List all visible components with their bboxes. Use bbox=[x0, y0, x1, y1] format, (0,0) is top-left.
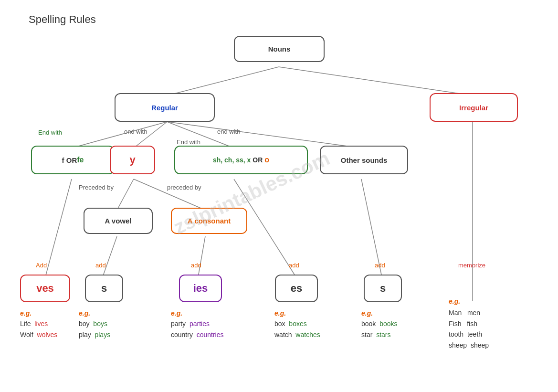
node-ves: ves bbox=[20, 275, 70, 302]
s1-label: s bbox=[101, 282, 107, 295]
ves-label: ves bbox=[36, 282, 54, 295]
svg-line-6 bbox=[45, 179, 72, 277]
node-s2: s bbox=[364, 275, 402, 302]
node-ies: ies bbox=[179, 275, 222, 302]
label-end-with-3: end with bbox=[217, 128, 240, 135]
y-label: y bbox=[129, 154, 135, 166]
node-f-fe: f OR fe bbox=[31, 146, 115, 174]
consonant-label: A consonant bbox=[188, 217, 231, 225]
node-vowel: A vowel bbox=[84, 208, 153, 234]
node-consonant: A consonant bbox=[171, 208, 247, 234]
irregular-label: Irregular bbox=[459, 104, 488, 112]
svg-line-0 bbox=[167, 67, 279, 95]
node-es: es bbox=[275, 275, 318, 302]
svg-line-7 bbox=[117, 179, 134, 210]
node-irregular: Irregular bbox=[430, 93, 518, 122]
label-add-1: Add bbox=[36, 262, 47, 269]
vowel-label: A vowel bbox=[105, 217, 131, 225]
example-ves: e.g. Life lives Wolf wolves bbox=[20, 308, 57, 340]
svg-line-2 bbox=[72, 122, 167, 148]
sh-ch-label: sh, ch, ss, x bbox=[213, 156, 251, 164]
sh-ch-or: OR bbox=[253, 156, 263, 164]
s2-label: s bbox=[380, 282, 386, 295]
page-title: Spelling Rules bbox=[29, 13, 96, 26]
regular-label: Regular bbox=[151, 104, 178, 112]
node-other: Other sounds bbox=[320, 146, 408, 174]
nouns-label: Nouns bbox=[268, 45, 291, 53]
svg-line-9 bbox=[103, 236, 117, 277]
label-end-with-2: end with bbox=[124, 128, 147, 135]
svg-line-1 bbox=[279, 67, 473, 95]
label-preceded-2: preceded by bbox=[167, 184, 201, 191]
node-sh-ch: sh, ch, ss, x OR o bbox=[174, 146, 308, 174]
other-label: Other sounds bbox=[341, 156, 388, 164]
node-s1: s bbox=[85, 275, 123, 302]
f-fe-label: f OR bbox=[62, 156, 77, 164]
node-y: y bbox=[110, 146, 155, 174]
label-add-2: add bbox=[95, 262, 106, 269]
ies-label: ies bbox=[193, 282, 208, 295]
node-regular: Regular bbox=[115, 93, 215, 122]
label-add-4: add bbox=[289, 262, 299, 269]
label-add-5: add bbox=[375, 262, 385, 269]
example-s2: e.g. book books star stars bbox=[361, 308, 398, 340]
example-es: e.g. box boxes watch watches bbox=[274, 308, 320, 340]
f-fe-label2: fe bbox=[77, 156, 84, 164]
example-s1: e.g. boy boys play plays bbox=[79, 308, 110, 340]
label-end-with-1: End with bbox=[38, 129, 62, 136]
label-add-3: add bbox=[191, 262, 201, 269]
svg-line-10 bbox=[198, 236, 205, 277]
example-irregular: e.g. Man men Fish fish tooth teeth sheep… bbox=[449, 296, 489, 350]
label-memorize: memorize bbox=[458, 262, 485, 269]
es-label: es bbox=[291, 282, 302, 295]
label-preceded-1: Preceded by bbox=[79, 184, 114, 191]
label-end-with-4: End with bbox=[177, 138, 200, 146]
sh-ch-o: o bbox=[264, 156, 269, 164]
example-ies: e.g. party parties country countries bbox=[171, 308, 224, 340]
node-nouns: Nouns bbox=[234, 36, 325, 62]
